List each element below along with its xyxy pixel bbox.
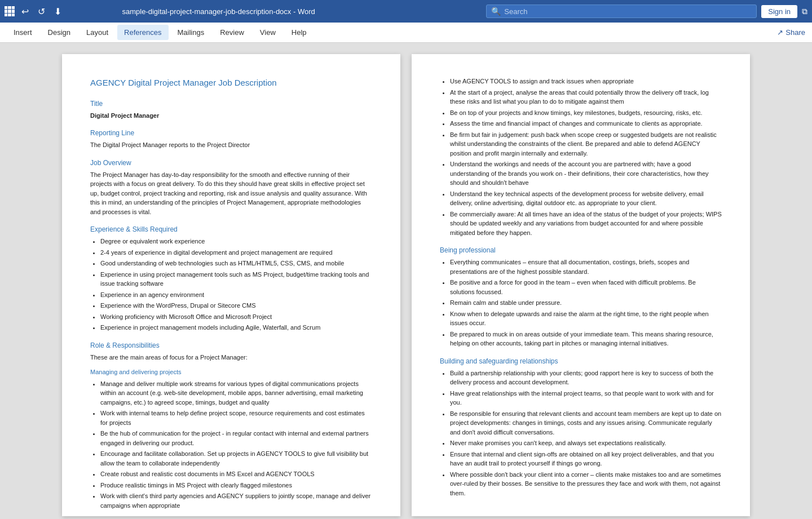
file-title: sample-digital-project-manager-job-descr… [0, 7, 482, 16]
list-item: Experience with the WordPress, Drupal or… [100, 301, 372, 310]
list-item: Assess the time and financial impact of … [450, 119, 722, 128]
list-item: Work with internal teams to help define … [100, 409, 372, 427]
list-item: Be on top of your projects and know timi… [450, 108, 722, 118]
building-relationships-list: Build a partnership relationship with yo… [450, 369, 722, 498]
share-button[interactable]: ↗ Share [777, 28, 805, 37]
menu-design[interactable]: Design [41, 25, 77, 40]
menu-mailings[interactable]: Mailings [171, 25, 211, 40]
continued-list: Use AGENCY TOOLS to assign and track iss… [450, 77, 722, 237]
search-bar: 🔍 [486, 5, 757, 18]
reporting-line-heading: Reporting Line [90, 128, 372, 138]
title-value: Digital Project Manager [90, 111, 372, 121]
menu-references[interactable]: References [117, 25, 168, 40]
list-item: Work with client's third party agencies … [100, 491, 372, 510]
list-item: Ensure that internal and client sign-off… [450, 450, 722, 468]
document-area: AGENCY Digital Project Manager Job Descr… [0, 43, 812, 519]
list-item: Understand the workings and needs of the… [450, 159, 722, 188]
menubar: Insert Design Layout References Mailings… [0, 23, 812, 43]
list-item: Be positive and a force for good in the … [450, 278, 722, 296]
search-input[interactable] [504, 7, 752, 16]
page-1: AGENCY Digital Project Manager Job Descr… [62, 54, 400, 516]
list-item: Be commercially aware: At all times have… [450, 210, 722, 238]
list-item: Be responsible for ensuring that relevan… [450, 409, 722, 437]
reporting-line-text: The Digital Project Manager reports to t… [90, 140, 372, 150]
restore-button[interactable]: ⧉ [802, 7, 807, 16]
list-item: Use AGENCY TOOLS to assign and track iss… [450, 77, 722, 86]
document-title: AGENCY Digital Project Manager Job Descr… [90, 77, 372, 90]
list-item: Good understanding of web technologies s… [100, 259, 372, 268]
title-heading: Title [90, 99, 372, 109]
list-item: Understand the key technical aspects of … [450, 189, 722, 208]
list-item: Have great relationships with the intern… [450, 389, 722, 407]
list-item: Experience in an agency environment [100, 290, 372, 300]
managing-list: Manage and deliver multiple work streams… [100, 379, 372, 511]
signin-button[interactable]: Sign in [761, 5, 797, 18]
menu-help[interactable]: Help [285, 25, 314, 40]
being-professional-heading: Being professional [440, 245, 722, 255]
list-item: Experience in project management models … [100, 323, 372, 332]
list-item: Create robust and realistic cost documen… [100, 469, 372, 479]
being-professional-list: Everything communicates – ensure that al… [450, 258, 722, 348]
building-relationships-heading: Building and safeguarding relationships [440, 356, 722, 366]
list-item: Be the hub of communication for the proj… [100, 429, 372, 447]
job-overview-heading: Job Overview [90, 158, 372, 168]
list-item: Experience in using project management t… [100, 270, 372, 289]
list-item: Where possible don't back your client in… [450, 470, 722, 498]
menu-layout[interactable]: Layout [80, 25, 115, 40]
share-icon: ↗ [777, 28, 783, 37]
list-item: Produce realistic timings in MS Project … [100, 481, 372, 490]
exp-skills-list: Degree or equivalent work experience 2-4… [100, 237, 372, 332]
list-item: Working proficiency with Microsoft Offic… [100, 312, 372, 322]
menu-review[interactable]: Review [213, 25, 251, 40]
list-item: Manage and deliver multiple work streams… [100, 379, 372, 407]
list-item: Remain calm and stable under pressure. [450, 298, 722, 308]
list-item: At the start of a project, analyse the a… [450, 88, 722, 107]
list-item: Degree or equivalent work experience [100, 237, 372, 246]
list-item: Be prepared to muck in on areas outside … [450, 330, 722, 348]
search-icon: 🔍 [491, 7, 501, 16]
job-overview-text: The Project Manager has day-to-day respo… [90, 170, 372, 217]
page-2: Use AGENCY TOOLS to assign and track iss… [412, 54, 750, 516]
role-intro: These are the main areas of focus for a … [90, 353, 372, 362]
list-item: Everything communicates – ensure that al… [450, 258, 722, 276]
list-item: Never make promises you can't keep, and … [450, 438, 722, 448]
list-item: Be firm but fair in judgement: push back… [450, 130, 722, 158]
title-bar: ↩ ↺ ⬇ sample-digital-project-manager-job… [0, 0, 812, 23]
list-item: Build a partnership relationship with yo… [450, 369, 722, 387]
menu-insert[interactable]: Insert [7, 25, 39, 40]
menu-view[interactable]: View [253, 25, 283, 40]
list-item: 2-4 years of experience in digital devel… [100, 248, 372, 258]
managing-projects-heading: Managing and delivering projects [90, 367, 372, 377]
role-responsibilities-heading: Role & Responsibilities [90, 340, 372, 351]
list-item: Know when to delegate upwards and raise … [450, 309, 722, 328]
exp-skills-heading: Experience & Skills Required [90, 224, 372, 234]
list-item: Encourage and facilitate collaboration. … [100, 449, 372, 468]
